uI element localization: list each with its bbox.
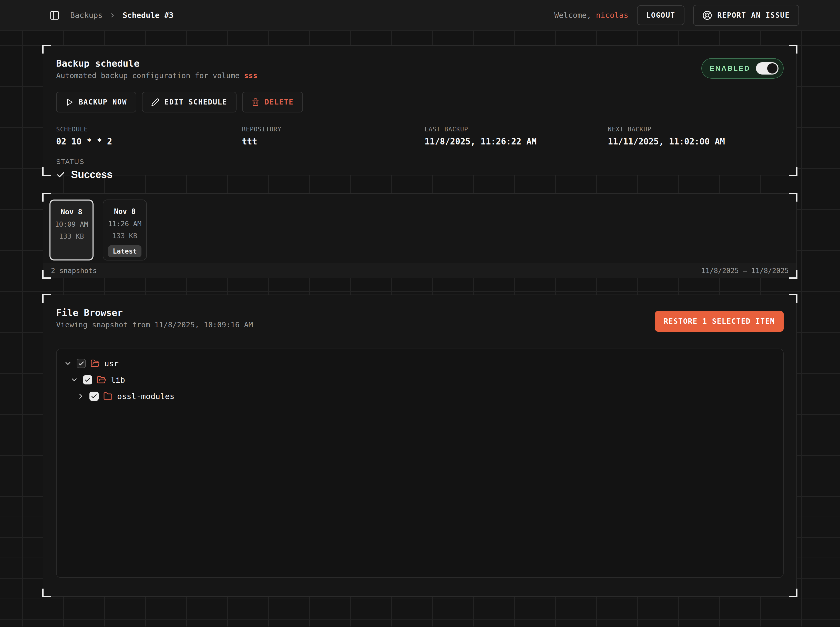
corner-bracket <box>789 193 797 202</box>
corner-bracket <box>789 589 797 597</box>
breadcrumb-current-page: Schedule #3 <box>123 11 174 20</box>
tree-label: lib <box>111 375 125 384</box>
field-next-backup: NEXT BACKUP 11/11/2025, 11:02:00 AM <box>608 126 784 147</box>
play-icon <box>65 98 74 106</box>
checkbox-usr[interactable] <box>77 359 86 368</box>
snapshot-count: 2 snapshots <box>51 267 97 274</box>
volume-name: sss <box>244 71 257 80</box>
folder-open-icon <box>97 375 106 384</box>
file-browser-title: File Browser <box>56 307 253 318</box>
pencil-icon <box>151 98 159 106</box>
edit-schedule-label: EDIT SCHEDULE <box>164 98 227 106</box>
edit-schedule-button[interactable]: EDIT SCHEDULE <box>142 92 237 112</box>
file-tree-panel: usr lib <box>56 348 784 578</box>
field-value: 11/11/2025, 11:02:00 AM <box>608 137 784 147</box>
delete-button[interactable]: DELETE <box>242 92 303 112</box>
delete-label: DELETE <box>265 98 294 106</box>
latest-badge: Latest <box>108 245 141 257</box>
tree-label: ossl-modules <box>117 392 175 401</box>
corner-bracket <box>42 167 51 176</box>
corner-bracket <box>789 270 797 279</box>
check-icon <box>56 170 65 179</box>
toggle-knob <box>767 63 777 74</box>
snapshot-card-selected[interactable]: Nov 8 10:09 AM 133 KB <box>49 200 93 260</box>
backup-now-label: BACKUP NOW <box>79 98 127 106</box>
checkbox-lib[interactable] <box>83 375 92 384</box>
corner-bracket <box>42 193 51 202</box>
panel-left-icon <box>49 10 60 20</box>
tree-row-usr[interactable]: usr <box>64 355 776 372</box>
top-bar: Backups Schedule #3 Welcome, nicolas LOG… <box>0 0 840 31</box>
snapshot-card[interactable]: Nov 8 11:26 AM 133 KB Latest <box>103 200 147 260</box>
schedule-fields: SCHEDULE 02 10 * * 2 REPOSITORY ttt LAST… <box>56 126 784 147</box>
field-label: LAST BACKUP <box>425 126 608 133</box>
field-label: NEXT BACKUP <box>608 126 784 133</box>
chevron-right-icon <box>109 12 116 19</box>
snapshots-footer: 2 snapshots 11/8/2025 – 11/8/2025 <box>43 263 796 278</box>
corner-bracket <box>42 294 51 303</box>
file-browser-card: File Browser Viewing snapshot from 11/8/… <box>43 295 797 597</box>
card-title: Backup schedule <box>56 58 784 69</box>
backup-now-button[interactable]: BACKUP NOW <box>56 92 136 112</box>
field-value: 11/8/2025, 11:26:22 AM <box>425 137 608 147</box>
username: nicolas <box>596 11 628 20</box>
lifebuoy-icon <box>703 11 712 20</box>
main-content: Backup schedule Automated backup configu… <box>0 31 840 627</box>
snapshot-size: 133 KB <box>112 232 137 240</box>
field-label: SCHEDULE <box>56 126 242 133</box>
chevron-right-icon[interactable] <box>77 392 85 400</box>
field-last-backup: LAST BACKUP 11/8/2025, 11:26:22 AM <box>425 126 608 147</box>
tree-row-ossl-modules[interactable]: ossl-modules <box>64 388 776 405</box>
trash-icon <box>251 98 260 106</box>
sidebar-toggle-button[interactable] <box>49 9 60 21</box>
snapshot-time: 11:26 AM <box>108 220 141 228</box>
field-value: 02 10 * * 2 <box>56 137 242 147</box>
status-block: STATUS Success <box>56 158 784 180</box>
card-subtitle: Automated backup configuration for volum… <box>56 71 784 80</box>
logout-label: LOGOUT <box>646 11 675 19</box>
chevron-down-icon[interactable] <box>64 359 72 367</box>
snapshot-date-range: 11/8/2025 – 11/8/2025 <box>701 267 789 274</box>
enabled-toggle[interactable] <box>756 62 778 74</box>
backup-schedule-card: Backup schedule Automated backup configu… <box>43 45 797 175</box>
tree-row-lib[interactable]: lib <box>64 372 776 388</box>
field-repository: REPOSITORY ttt <box>242 126 425 147</box>
restore-selected-button[interactable]: RESTORE 1 SELECTED ITEM <box>655 311 784 332</box>
snapshots-section: Nov 8 10:09 AM 133 KB Nov 8 11:26 AM 133… <box>43 194 797 278</box>
enabled-label: ENABLED <box>710 65 750 72</box>
folder-open-icon <box>90 359 99 368</box>
chevron-down-icon[interactable] <box>70 376 78 384</box>
report-issue-button[interactable]: REPORT AN ISSUE <box>693 5 799 26</box>
welcome-text: Welcome, nicolas <box>554 11 628 20</box>
checkbox-ossl-modules[interactable] <box>90 392 99 401</box>
enabled-pill: ENABLED <box>701 58 784 79</box>
corner-bracket <box>789 45 797 54</box>
report-issue-label: REPORT AN ISSUE <box>717 11 790 19</box>
field-label: REPOSITORY <box>242 126 425 133</box>
file-browser-subtitle: Viewing snapshot from 11/8/2025, 10:09:1… <box>56 320 253 329</box>
corner-bracket <box>42 45 51 54</box>
corner-bracket <box>42 270 51 279</box>
snapshot-list: Nov 8 10:09 AM 133 KB Nov 8 11:26 AM 133… <box>43 194 796 266</box>
status-label: STATUS <box>56 158 784 166</box>
snapshot-time: 10:09 AM <box>55 220 88 228</box>
schedule-actions: BACKUP NOW EDIT SCHEDULE DELETE <box>56 92 784 112</box>
corner-bracket <box>42 589 51 597</box>
snapshot-date: Nov 8 <box>114 207 136 216</box>
snapshot-size: 133 KB <box>59 232 84 240</box>
field-value: ttt <box>242 137 425 147</box>
status-value: Success <box>56 169 784 180</box>
corner-bracket <box>789 167 797 176</box>
snapshot-date: Nov 8 <box>61 208 82 216</box>
logout-button[interactable]: LOGOUT <box>637 5 684 25</box>
breadcrumb: Backups Schedule #3 <box>70 11 174 20</box>
breadcrumb-backups[interactable]: Backups <box>70 11 103 20</box>
field-schedule: SCHEDULE 02 10 * * 2 <box>56 126 242 147</box>
folder-icon <box>103 392 112 401</box>
tree-label: usr <box>104 359 118 368</box>
corner-bracket <box>789 294 797 303</box>
